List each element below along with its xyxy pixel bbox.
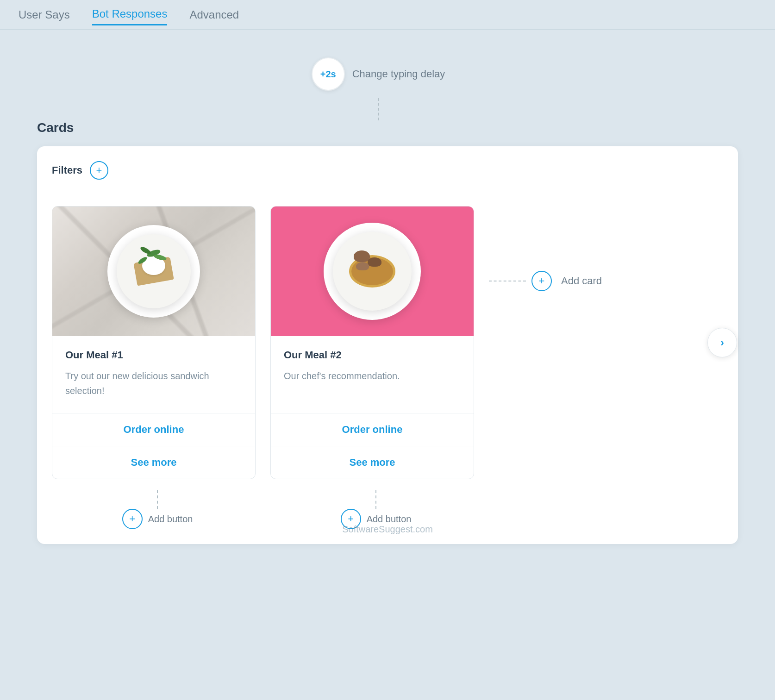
card-description-1: Try out our new delicious sandwich selec… bbox=[65, 369, 242, 402]
nav-advanced[interactable]: Advanced bbox=[189, 5, 239, 25]
add-card-dashed-line bbox=[489, 281, 526, 281]
filters-add-button[interactable]: + bbox=[90, 161, 108, 180]
add-button-action-1[interactable]: + Add button bbox=[122, 509, 193, 529]
add-card-label: Add card bbox=[561, 275, 602, 287]
add-button-col-2: + Add button bbox=[274, 490, 478, 529]
card-1-order-online[interactable]: Order online bbox=[52, 413, 255, 446]
add-button-label-2: Add button bbox=[367, 514, 412, 525]
leaf-3 bbox=[139, 245, 152, 255]
dashed-line-2 bbox=[375, 490, 376, 509]
food-on-plate-1 bbox=[121, 239, 186, 304]
card-title-1: Our Meal #1 bbox=[65, 349, 242, 361]
filters-row: Filters + bbox=[52, 161, 723, 191]
mushroom-2 bbox=[368, 257, 381, 267]
mushroom-3 bbox=[356, 262, 369, 270]
filters-label: Filters bbox=[52, 164, 82, 176]
food-on-plate-2 bbox=[338, 237, 407, 306]
watermark: SoftwareSuggest.com bbox=[342, 524, 433, 535]
cards-section-title: Cards bbox=[37, 120, 738, 135]
plate-1 bbox=[107, 225, 200, 318]
cards-grid: Our Meal #1 Try out our new delicious sa… bbox=[52, 206, 723, 479]
plate-2 bbox=[324, 223, 421, 320]
cards-container: Filters + bbox=[37, 146, 738, 544]
card-body-1: Our Meal #1 Try out our new delicious sa… bbox=[52, 336, 255, 402]
card-description-2: Our chef's recommendation. bbox=[284, 369, 461, 402]
nav-bot-responses[interactable]: Bot Responses bbox=[92, 4, 168, 25]
scroll-right-button[interactable]: › bbox=[707, 328, 737, 357]
typing-delay-row: +2s Change typing delay bbox=[28, 57, 729, 91]
main-content: +2s Change typing delay Cards Filters + bbox=[0, 30, 775, 572]
typing-delay-badge[interactable]: +2s bbox=[312, 57, 345, 91]
add-button-col-1: + Add button bbox=[56, 490, 259, 529]
card-2-see-more[interactable]: See more bbox=[271, 446, 474, 479]
meal-card-1: Our Meal #1 Try out our new delicious sa… bbox=[52, 206, 256, 479]
card-title-2: Our Meal #2 bbox=[284, 349, 461, 361]
add-button-label-1: Add button bbox=[148, 514, 193, 525]
meal-card-2: Our Meal #2 Our chef's recommendation. O… bbox=[270, 206, 474, 479]
dashed-line-1 bbox=[157, 490, 158, 509]
card-2-order-online[interactable]: Order online bbox=[271, 413, 474, 446]
connector-line-top bbox=[378, 98, 379, 120]
add-button-icon-1[interactable]: + bbox=[122, 509, 143, 529]
card-image-1 bbox=[52, 206, 255, 336]
card-body-2: Our Meal #2 Our chef's recommendation. bbox=[271, 336, 474, 402]
top-navigation: User Says Bot Responses Advanced bbox=[0, 0, 775, 30]
add-card-connector: + Add card bbox=[489, 271, 602, 291]
add-button-row: + Add button + Add button bbox=[52, 490, 723, 529]
typing-delay-label: Change typing delay bbox=[352, 68, 445, 80]
add-card-area: + Add card bbox=[489, 206, 602, 291]
card-image-2 bbox=[271, 206, 474, 336]
card-1-see-more[interactable]: See more bbox=[52, 446, 255, 479]
add-card-button[interactable]: + bbox=[531, 271, 552, 291]
nav-user-says[interactable]: User Says bbox=[19, 5, 70, 25]
